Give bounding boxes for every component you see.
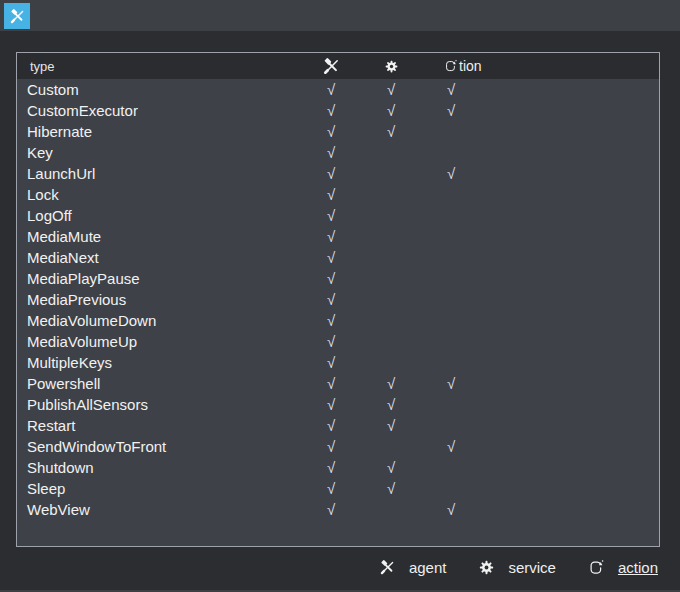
row-type-label: MediaMute: [27, 226, 101, 247]
tools-icon: [322, 57, 341, 76]
action-checkmark: √: [433, 163, 469, 184]
agent-checkmark: √: [313, 457, 349, 478]
service-checkmark: [373, 184, 409, 205]
legend-label-action-link[interactable]: action: [618, 559, 658, 576]
row-type-label: MediaPlayPause: [27, 268, 140, 289]
table-row[interactable]: WebView √ √: [17, 499, 659, 520]
table-row[interactable]: Lock √: [17, 184, 659, 205]
action-checkmark: √: [433, 499, 469, 520]
service-checkmark: [373, 499, 409, 520]
service-checkmark: [373, 268, 409, 289]
table-row[interactable]: CustomExecutor √ √ √: [17, 100, 659, 121]
agent-checkmark: √: [313, 100, 349, 121]
table-row[interactable]: MediaVolumeUp √: [17, 331, 659, 352]
title-bar: [0, 0, 680, 31]
action-checkmark: [433, 121, 469, 142]
legend-label-service: service: [508, 559, 556, 576]
row-type-label: LaunchUrl: [27, 163, 95, 184]
service-checkmark: [373, 436, 409, 457]
table-row[interactable]: LogOff √: [17, 205, 659, 226]
gear-icon: [478, 559, 495, 576]
row-type-label: Hibernate: [27, 121, 92, 142]
column-header-agent[interactable]: [313, 53, 349, 79]
action-checkmark: [433, 478, 469, 499]
app-logo: [4, 3, 30, 29]
action-checkmark: [433, 226, 469, 247]
agent-checkmark: √: [313, 310, 349, 331]
service-checkmark: [373, 247, 409, 268]
row-type-label: Lock: [27, 184, 59, 205]
service-checkmark: [373, 331, 409, 352]
service-checkmark: [373, 352, 409, 373]
table-row[interactable]: Powershell √ √ √: [17, 373, 659, 394]
action-checkmark: [433, 205, 469, 226]
row-type-label: Shutdown: [27, 457, 94, 478]
agent-checkmark: √: [313, 268, 349, 289]
tools-icon: [379, 559, 396, 576]
legend-item-action[interactable]: action: [588, 559, 658, 576]
agent-checkmark: √: [313, 394, 349, 415]
row-type-label: MediaVolumeUp: [27, 331, 137, 352]
table-row[interactable]: MediaNext √: [17, 247, 659, 268]
agent-checkmark: √: [313, 478, 349, 499]
column-header-service[interactable]: [373, 53, 409, 79]
agent-checkmark: √: [313, 499, 349, 520]
actions-table: type tion Custom √ √ √ CustomExecutor √ …: [16, 52, 660, 547]
agent-checkmark: √: [313, 121, 349, 142]
row-type-label: Powershell: [27, 373, 100, 394]
action-checkmark: [433, 352, 469, 373]
table-row[interactable]: MediaMute √: [17, 226, 659, 247]
row-type-label: MediaVolumeDown: [27, 310, 156, 331]
row-type-label: Key: [27, 142, 53, 163]
action-checkmark: [433, 331, 469, 352]
action-checkmark: [433, 289, 469, 310]
table-row[interactable]: Restart √ √: [17, 415, 659, 436]
column-header-action[interactable]: tion: [433, 53, 513, 79]
table-row[interactable]: Hibernate √ √: [17, 121, 659, 142]
table-row[interactable]: Key √: [17, 142, 659, 163]
agent-checkmark: √: [313, 331, 349, 352]
action-checkmark: √: [433, 436, 469, 457]
table-row[interactable]: Shutdown √ √: [17, 457, 659, 478]
agent-checkmark: √: [313, 205, 349, 226]
agent-checkmark: √: [313, 352, 349, 373]
agent-checkmark: √: [313, 373, 349, 394]
action-checkmark: [433, 247, 469, 268]
legend-item-agent: agent: [379, 559, 447, 576]
service-checkmark: [373, 163, 409, 184]
action-checkmark: [433, 268, 469, 289]
agent-checkmark: √: [313, 184, 349, 205]
table-row[interactable]: Custom √ √ √: [17, 79, 659, 100]
service-checkmark: [373, 205, 409, 226]
legend-label-agent: agent: [409, 559, 447, 576]
table-row[interactable]: Sleep √ √: [17, 478, 659, 499]
service-checkmark: [373, 142, 409, 163]
table-row[interactable]: LaunchUrl √ √: [17, 163, 659, 184]
table-row[interactable]: MediaPlayPause √: [17, 268, 659, 289]
agent-checkmark: √: [313, 226, 349, 247]
action-checkmark: [433, 415, 469, 436]
table-header: type tion: [17, 53, 659, 79]
service-checkmark: √: [373, 478, 409, 499]
action-checkmark: √: [433, 373, 469, 394]
column-header-type[interactable]: type: [30, 53, 55, 79]
row-type-label: MediaNext: [27, 247, 99, 268]
table-row[interactable]: MultipleKeys √: [17, 352, 659, 373]
service-checkmark: [373, 289, 409, 310]
agent-checkmark: √: [313, 415, 349, 436]
service-checkmark: √: [373, 394, 409, 415]
table-row[interactable]: PublishAllSensors √ √: [17, 394, 659, 415]
action-checkmark: [433, 457, 469, 478]
action-checkmark: [433, 310, 469, 331]
service-checkmark: √: [373, 415, 409, 436]
service-checkmark: √: [373, 121, 409, 142]
row-type-label: MultipleKeys: [27, 352, 112, 373]
row-type-label: PublishAllSensors: [27, 394, 148, 415]
table-row[interactable]: MediaPrevious √: [17, 289, 659, 310]
table-row[interactable]: MediaVolumeDown √: [17, 310, 659, 331]
action-checkmark: [433, 142, 469, 163]
agent-checkmark: √: [313, 163, 349, 184]
service-checkmark: √: [373, 457, 409, 478]
table-row[interactable]: SendWindowToFront √ √: [17, 436, 659, 457]
service-checkmark: √: [373, 373, 409, 394]
